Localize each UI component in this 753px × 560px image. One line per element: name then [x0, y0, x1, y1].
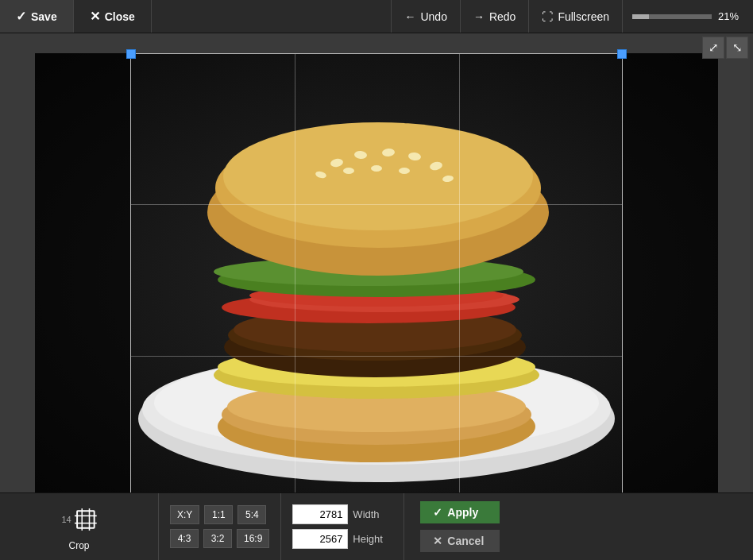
- ratio-3-2-button[interactable]: 3:2: [203, 529, 232, 548]
- cancel-x-icon: ✕: [433, 535, 442, 547]
- cancel-label: Cancel: [447, 535, 484, 547]
- crop-number: 14: [62, 515, 71, 524]
- svg-rect-31: [77, 511, 95, 528]
- width-input[interactable]: [292, 504, 348, 524]
- zoom-bar[interactable]: [632, 14, 712, 19]
- secondary-bar: ⤢ ⤡: [697, 33, 753, 62]
- actual-size-button[interactable]: ⤡: [726, 37, 748, 59]
- close-label: Close: [105, 10, 135, 23]
- svg-point-28: [343, 168, 354, 174]
- crop-icon: [75, 505, 97, 534]
- ratio-4-3-button[interactable]: 4:3: [170, 529, 199, 548]
- save-icon: ✓: [16, 9, 26, 24]
- burger-svg: [35, 53, 718, 506]
- crop-tool-section: 14 Crop: [0, 493, 159, 560]
- ratio-row-2: 4:3 3:2 16:9: [170, 529, 269, 548]
- ratio-5-4-button[interactable]: 5:4: [237, 505, 266, 524]
- svg-point-20: [223, 122, 533, 230]
- zoom-controls: 21%: [622, 0, 753, 33]
- ratio-section: X:Y 1:1 5:4 4:3 3:2 16:9: [159, 493, 281, 560]
- image-canvas: [35, 53, 718, 506]
- redo-button[interactable]: → Redo: [460, 0, 528, 33]
- undo-label: Undo: [420, 10, 446, 23]
- height-label: Height: [353, 533, 392, 545]
- editor-area: [0, 33, 753, 526]
- height-row: Height: [292, 529, 392, 549]
- svg-point-30: [399, 168, 410, 174]
- save-label: Save: [31, 10, 57, 23]
- action-section: ✓ Apply ✕ Cancel: [404, 493, 516, 560]
- undo-icon: ←: [404, 10, 415, 23]
- bottom-toolbar: 14 Crop X:Y 1:1 5:4 4:3 3:2 16:9 Width: [0, 492, 753, 560]
- fullscreen-icon: ⛶: [542, 10, 553, 23]
- apply-button[interactable]: ✓ Apply: [420, 501, 500, 523]
- close-button[interactable]: ✕ Close: [74, 0, 152, 33]
- ratio-1-1-button[interactable]: 1:1: [204, 505, 233, 524]
- fit-view-button[interactable]: ⤢: [702, 37, 724, 59]
- toolbar-right: ← Undo → Redo ⛶ Fullscreen 21%: [391, 0, 753, 33]
- ratio-xy-button[interactable]: X:Y: [170, 505, 199, 524]
- redo-label: Redo: [489, 10, 516, 23]
- fullscreen-label: Fullscreen: [558, 10, 609, 23]
- svg-point-29: [371, 165, 382, 172]
- close-icon: ✕: [90, 9, 100, 24]
- undo-button[interactable]: ← Undo: [391, 0, 459, 33]
- crop-icon-wrap[interactable]: 14: [62, 502, 97, 537]
- burger-image: [35, 53, 718, 506]
- zoom-bar-fill: [632, 14, 649, 19]
- ratio-16-9-button[interactable]: 16:9: [237, 529, 269, 548]
- width-row: Width: [292, 504, 392, 524]
- top-toolbar: ✓ Save ✕ Close ← Undo → Redo ⛶ Fullscree…: [0, 0, 753, 33]
- apply-check-icon: ✓: [433, 506, 442, 519]
- zoom-value: 21%: [718, 10, 743, 22]
- crop-label: Crop: [68, 540, 89, 551]
- width-label: Width: [353, 508, 392, 520]
- cancel-button[interactable]: ✕ Cancel: [420, 530, 500, 552]
- dimension-section: Width Height: [281, 493, 404, 560]
- fullscreen-button[interactable]: ⛶ Fullscreen: [528, 0, 622, 33]
- ratio-row-1: X:Y 1:1 5:4: [170, 505, 269, 524]
- apply-label: Apply: [447, 506, 478, 519]
- height-input[interactable]: [292, 529, 348, 549]
- redo-icon: →: [473, 10, 485, 23]
- save-button[interactable]: ✓ Save: [0, 0, 74, 33]
